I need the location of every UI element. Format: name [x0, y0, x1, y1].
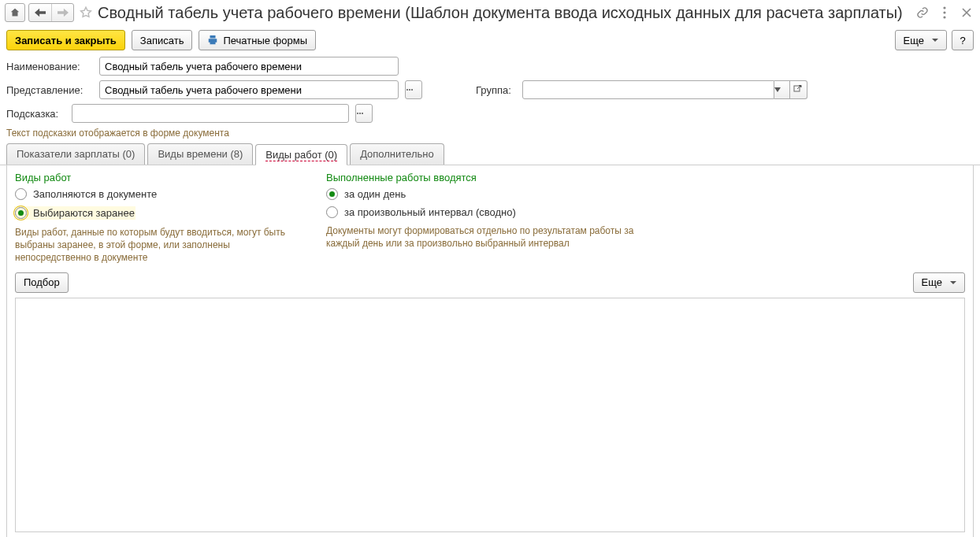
svg-point-5 — [411, 89, 413, 91]
svg-point-4 — [409, 89, 410, 91]
favorite-button[interactable] — [77, 4, 95, 21]
open-icon — [793, 85, 803, 94]
representation-label: Представление: — [6, 84, 93, 96]
hint-label: Подсказка: — [6, 108, 65, 120]
select-button[interactable]: Подбор — [15, 272, 69, 293]
close-window-button[interactable] — [958, 4, 975, 21]
work-entry-title: Выполненные работы вводятся — [326, 172, 641, 183]
work-types-list[interactable] — [15, 298, 965, 532]
radio-icon — [15, 207, 27, 219]
forward-button[interactable] — [51, 4, 73, 21]
kebab-menu-button[interactable] — [936, 4, 953, 21]
radio-label: за один день — [344, 188, 406, 200]
radio-label: за произвольный интервал (сводно) — [344, 206, 516, 218]
star-icon — [79, 6, 93, 20]
svg-point-1 — [943, 11, 945, 13]
group-input[interactable] — [522, 80, 774, 99]
group-open-button[interactable] — [790, 80, 807, 99]
work-entry-help: Документы могут формироваться отдельно п… — [326, 224, 641, 250]
tab-time-types[interactable]: Виды времени (8) — [147, 143, 253, 165]
dots-icon — [356, 112, 364, 115]
nav-group — [28, 3, 74, 22]
printer-icon — [207, 35, 218, 46]
svg-rect-6 — [794, 86, 800, 91]
svg-point-0 — [943, 6, 945, 9]
work-types-title: Виды работ — [15, 172, 303, 183]
sub-more-button[interactable]: Еще — [913, 272, 965, 293]
tab-salary-indicators[interactable]: Показатели зарплаты (0) — [6, 143, 145, 165]
svg-point-3 — [406, 89, 408, 91]
work-types-help: Виды работ, данные по которым будут ввод… — [15, 226, 303, 265]
kebab-icon — [943, 6, 946, 19]
save-and-close-button[interactable]: Записать и закрыть — [6, 30, 125, 50]
radio-icon — [326, 188, 338, 200]
arrow-right-icon — [58, 8, 69, 17]
home-icon — [9, 7, 20, 18]
dots-icon — [406, 88, 414, 91]
radio-one-day[interactable]: за один день — [326, 188, 641, 200]
group-dropdown-button[interactable] — [774, 80, 790, 99]
svg-point-7 — [357, 113, 358, 114]
link-icon — [916, 6, 929, 19]
print-forms-button[interactable]: Печатные формы — [199, 30, 316, 50]
home-button[interactable] — [5, 3, 25, 22]
svg-point-9 — [362, 113, 363, 114]
radio-arbitrary-interval[interactable]: за произвольный интервал (сводно) — [326, 206, 641, 218]
link-button[interactable] — [914, 4, 931, 21]
name-input[interactable] — [99, 57, 399, 76]
radio-fill-in-document[interactable]: Заполняются в документе — [15, 188, 303, 200]
radio-label: Заполняются в документе — [33, 188, 157, 200]
radio-icon — [326, 206, 338, 218]
hint-input[interactable] — [72, 104, 349, 123]
print-forms-label: Печатные формы — [223, 35, 307, 46]
svg-point-8 — [359, 113, 361, 114]
group-label: Группа: — [476, 84, 511, 96]
name-label: Наименование: — [6, 61, 93, 72]
tab-additional[interactable]: Дополнительно — [350, 143, 444, 165]
hint-dots-button[interactable] — [355, 104, 373, 123]
representation-dots-button[interactable] — [405, 80, 422, 99]
hint-note: Текст подсказки отображается в форме док… — [6, 128, 974, 139]
save-button[interactable]: Записать — [132, 30, 193, 50]
toolbar-more-button[interactable]: Еще — [895, 30, 947, 50]
radio-label: Выбираются заранее — [33, 207, 135, 219]
tab-work-types[interactable]: Виды работ (0) — [255, 144, 347, 165]
close-icon — [962, 8, 971, 17]
svg-point-2 — [943, 16, 945, 18]
help-button[interactable]: ? — [952, 30, 974, 50]
chevron-down-icon — [774, 87, 781, 92]
representation-input[interactable] — [99, 80, 399, 99]
radio-icon — [15, 188, 27, 200]
radio-selected-in-advance[interactable]: Выбираются заранее — [14, 206, 135, 220]
page-title: Сводный табель учета рабочего времени (Ш… — [98, 4, 903, 22]
back-button[interactable] — [29, 4, 51, 21]
arrow-left-icon — [35, 8, 46, 17]
